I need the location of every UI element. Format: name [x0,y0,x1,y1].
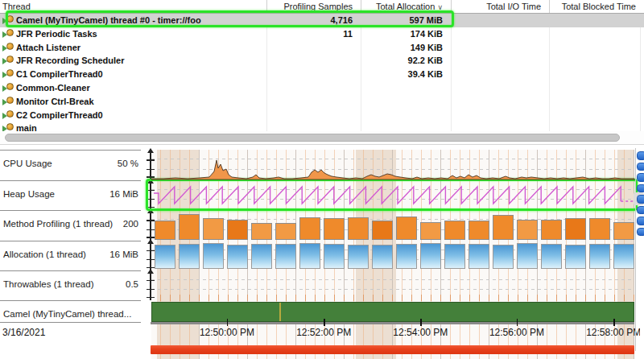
column-header-profiling-samples[interactable]: Profiling Samples [266,0,361,13]
method-profiling-bar[interactable] [493,215,514,240]
allocation-bar[interactable] [251,244,272,269]
label-row-separator [0,180,141,181]
allocation-bar[interactable] [493,245,514,269]
table-row[interactable]: Common-Cleaner [0,81,644,95]
allocation-bar[interactable] [613,244,634,269]
method-profiling-bar[interactable] [589,218,610,240]
method-profiling-bar[interactable] [155,221,175,240]
column-header-total-blocked-time[interactable]: Total Blocked Time [549,0,644,13]
thread-dot-icon [6,29,14,36]
thread-name: Monitor Ctrl-Break [16,97,94,106]
row-handle-pill[interactable] [637,195,644,204]
thread-dot-icon [6,56,14,63]
allocation-bar[interactable] [469,244,489,269]
table-row[interactable]: JFR Recording Scheduler92.2 KiB [0,54,644,68]
row-handle-pill[interactable] [637,184,644,193]
row-handle-pill[interactable] [637,173,644,182]
total-allocation-value: 92.2 KiB [361,56,443,65]
method-profiling-bar[interactable] [420,222,441,240]
method-profiling-bar[interactable] [324,218,345,240]
axis-tick [147,289,155,291]
allocation-bar[interactable] [589,244,610,269]
row-handle-pill[interactable] [637,151,644,160]
row-axis-tick-value: 50 % [0,159,138,168]
table-row[interactable]: Monitor Ctrl-Break [0,95,644,109]
panel-right-border [635,148,636,351]
column-header-total-i-o-time[interactable]: Total I/O Time [451,0,549,13]
method-profiling-bar[interactable] [541,220,562,241]
allocation-bar[interactable] [541,244,562,269]
method-profiling-bar[interactable] [299,217,320,240]
profiling-samples-value: 11 [266,29,353,39]
row-handle-pill[interactable] [637,217,644,225]
method-profiling-bar[interactable] [251,223,272,240]
allocation-bar[interactable] [324,244,345,269]
method-profiling-bar[interactable] [227,220,248,241]
thread-lifeline-bar[interactable] [151,302,634,322]
method-profiling-bar[interactable] [565,218,586,240]
timeline-panel: CPU Usage50 %Heap Usage16 MiBMethod Prof… [0,148,644,359]
time-axis-labels: 3/16/2021 12:50:00 PM12:52:00 PM12:54:00… [0,326,640,340]
row-handle-pill[interactable] [637,228,644,237]
thread-icon [2,83,15,93]
axis-tick [147,280,155,282]
method-profiling-bar[interactable] [348,217,369,240]
thread-icon [2,56,15,65]
allocation-bar[interactable] [420,243,441,269]
allocation-bar[interactable] [517,243,538,269]
thread-icon [2,110,15,120]
table-row[interactable]: main [0,122,644,131]
method-profiling-bar[interactable] [275,223,296,240]
table-scrollbar-thumb[interactable] [5,134,620,142]
method-profiling-bar[interactable] [444,221,465,240]
total-allocation-value: 597 MiB [361,15,443,25]
row-handle-pill[interactable] [637,206,644,215]
method-profiling-bar[interactable] [613,222,634,240]
allocation-bar[interactable] [203,243,224,269]
label-row-separator [0,300,141,301]
allocation-bar[interactable] [396,244,417,269]
time-label: 12:50:00 PM [200,327,254,338]
label-row-separator [0,270,141,271]
timeline-range-scrollbar[interactable] [151,345,634,354]
thread-name: C2 CompilerThread0 [16,110,103,120]
time-axis-major-tick [517,319,518,326]
table-row[interactable]: JFR Periodic Tasks11174 KiB [0,27,644,41]
method-profiling-bar[interactable] [517,220,538,241]
row-axis-tick-value: 200 [0,219,138,229]
allocation-bar[interactable] [444,244,465,269]
allocation-bar[interactable] [565,245,586,269]
method-profiling-bar[interactable] [203,218,224,240]
table-row[interactable]: C1 CompilerThread039.4 KiB [0,68,644,81]
table-row[interactable]: Camel (MyTinyCamel) thread #0 - timer://… [0,14,644,27]
row-handle-pill[interactable] [637,163,644,171]
allocation-bar[interactable] [275,244,296,269]
thread-icon [2,43,15,52]
method-profiling-bar[interactable] [396,217,417,240]
table-row[interactable]: Attach Listener149 KiB [0,41,644,55]
allocation-bar[interactable] [348,245,369,269]
table-row[interactable]: C2 CompilerThread0 [0,109,644,122]
allocation-bar[interactable] [372,245,393,269]
total-allocation-value: 149 KiB [361,43,443,52]
time-label: 12:54:00 PM [393,327,448,338]
allocation-bar[interactable] [179,244,200,269]
allocation-bar[interactable] [155,245,175,269]
date-label: 3/16/2021 [2,327,45,338]
allocation-bar[interactable] [227,245,248,269]
time-axis-major-tick [227,319,229,326]
allocation-bar[interactable] [299,243,320,269]
thread-dot-icon [6,15,14,23]
method-profiling-bar[interactable] [179,214,200,240]
table-horizontal-scrollbar[interactable] [0,131,644,144]
method-profiling-bar[interactable] [372,221,393,240]
column-header-thread[interactable]: Thread [0,0,266,13]
total-allocation-value: 174 KiB [361,29,443,39]
thread-table-body: Camel (MyTinyCamel) thread #0 - timer://… [0,14,644,131]
method-profiling-bar[interactable] [469,221,489,240]
column-header-total-allocation[interactable]: Total Allocation ∨ [361,0,451,13]
thread-icon [2,69,15,79]
label-row-separator [0,150,141,151]
thread-dot-icon [6,97,14,104]
label-row-separator [0,241,141,241]
